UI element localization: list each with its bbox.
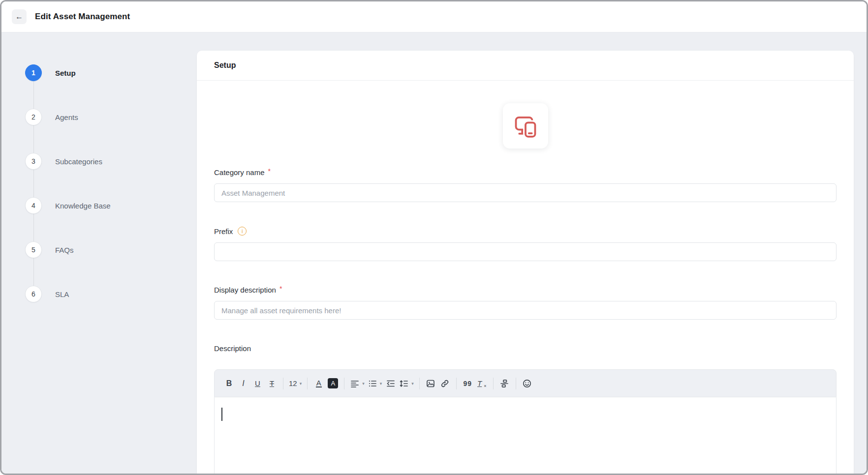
category-name-field-group: Category name * <box>214 168 837 202</box>
italic-icon: I <box>242 379 244 388</box>
font-color-icon: A <box>316 379 322 388</box>
chevron-down-icon: ▾ <box>300 381 302 386</box>
description-field-group: Description B I U <box>214 344 837 475</box>
step-number-badge: 3 <box>25 153 42 170</box>
step-label: Subcategories <box>55 157 102 166</box>
stepper-connector-line <box>33 73 34 294</box>
field-label-row: Description <box>214 344 837 353</box>
step-number-badge: 1 <box>25 64 42 81</box>
stepper-item-subcategories[interactable]: 3 Subcategories <box>25 153 173 170</box>
description-editor-area[interactable] <box>214 397 837 475</box>
quote-icon: 99 <box>464 380 472 387</box>
step-label: Setup <box>55 69 76 77</box>
font-size-value: 12 <box>289 379 297 387</box>
list-dropdown[interactable]: ▾ <box>366 376 384 391</box>
card-header: Setup <box>197 51 854 81</box>
category-icon-box[interactable] <box>503 103 548 148</box>
required-asterisk: * <box>268 167 271 175</box>
top-header: ← Edit Asset Management <box>1 1 867 32</box>
app-window: ← Edit Asset Management 1 Setup 2 Agents… <box>0 0 868 475</box>
stepper-item-faqs[interactable]: 5 FAQs <box>25 241 173 258</box>
rich-text-editor: B I U T <box>214 369 837 475</box>
link-icon <box>440 379 450 388</box>
line-height-icon <box>399 379 409 388</box>
toolbar-separator <box>283 378 283 389</box>
step-number-badge: 6 <box>25 286 42 302</box>
step-label: FAQs <box>55 246 74 254</box>
editor-toolbar: B I U T <box>214 369 837 397</box>
bullet-list-icon <box>368 379 377 388</box>
back-button[interactable]: ← <box>12 9 27 24</box>
toolbar-separator <box>516 378 516 389</box>
emoji-icon <box>522 379 532 388</box>
highlight-color-icon: A <box>328 378 338 388</box>
font-size-dropdown[interactable]: 12 ▾ <box>287 376 303 391</box>
devices-monitor-phone-icon <box>512 113 539 139</box>
info-icon[interactable]: i <box>238 227 247 236</box>
bold-button[interactable]: B <box>222 376 236 391</box>
card-title: Setup <box>214 61 236 70</box>
line-height-dropdown[interactable]: ▾ <box>398 376 415 391</box>
font-color-button[interactable]: A <box>311 376 326 391</box>
prefix-label: Prefix <box>214 227 233 236</box>
stepper-item-agents[interactable]: 2 Agents <box>25 109 173 125</box>
clear-format-x: × <box>484 384 486 388</box>
strikethrough-icon: T <box>270 379 274 387</box>
step-label: Knowledge Base <box>55 202 111 210</box>
blockquote-button[interactable]: 99 <box>461 376 475 391</box>
toolbar-separator <box>493 378 494 389</box>
toolbar-separator <box>419 378 420 389</box>
stepper-item-sla[interactable]: 6 SLA <box>25 286 173 302</box>
insert-link-button[interactable] <box>438 376 452 391</box>
step-number-badge: 2 <box>25 109 42 125</box>
chevron-down-icon: ▾ <box>362 381 365 386</box>
clear-formatting-button[interactable]: T × <box>475 376 489 391</box>
outdent-icon <box>386 379 396 388</box>
align-left-icon <box>350 379 360 388</box>
category-name-label: Category name <box>214 168 265 177</box>
back-arrow-icon: ← <box>15 13 23 21</box>
page-title: Edit Asset Management <box>35 12 130 22</box>
content-area: 1 Setup 2 Agents 3 Subcategories 4 Knowl… <box>1 32 867 474</box>
text-cursor <box>221 408 222 421</box>
field-label-row: Category name * <box>214 168 837 177</box>
toolbar-separator <box>307 378 308 389</box>
insert-divider-icon <box>499 379 509 388</box>
field-label-row: Prefix i <box>214 227 837 236</box>
italic-button[interactable]: I <box>236 376 250 391</box>
wizard-stepper: 1 Setup 2 Agents 3 Subcategories 4 Knowl… <box>25 64 173 302</box>
chevron-down-icon: ▾ <box>411 381 414 386</box>
prefix-input[interactable] <box>214 242 837 261</box>
display-description-field-group: Display description * <box>214 286 837 320</box>
chevron-down-icon: ▾ <box>380 381 382 386</box>
image-icon <box>426 379 435 388</box>
stepper-item-setup[interactable]: 1 Setup <box>25 64 173 81</box>
step-number-badge: 5 <box>25 241 42 258</box>
emoji-button[interactable] <box>520 376 534 391</box>
insert-divider-button[interactable] <box>497 376 512 391</box>
underline-button[interactable]: U <box>250 376 265 391</box>
display-description-label: Display description <box>214 286 276 294</box>
bold-icon: B <box>226 379 232 388</box>
toolbar-separator <box>344 378 344 389</box>
step-label: Agents <box>55 113 78 121</box>
underline-icon: U <box>255 379 260 387</box>
highlight-color-button[interactable]: A <box>326 376 340 391</box>
field-label-row: Display description * <box>214 286 837 294</box>
toolbar-separator <box>456 378 457 389</box>
insert-image-button[interactable] <box>424 376 438 391</box>
stepper-item-knowledge-base[interactable]: 4 Knowledge Base <box>25 197 173 214</box>
clear-format-icon: T <box>477 379 482 387</box>
required-asterisk: * <box>279 285 282 293</box>
outdent-button[interactable] <box>383 376 398 391</box>
align-dropdown[interactable]: ▾ <box>348 376 366 391</box>
step-label: SLA <box>55 290 69 298</box>
strikethrough-button[interactable]: T <box>265 376 279 391</box>
step-number-badge: 4 <box>25 197 42 214</box>
card-body: Category name * Prefix i Display descrip… <box>197 103 854 475</box>
category-name-input[interactable] <box>214 183 837 202</box>
prefix-field-group: Prefix i <box>214 227 837 261</box>
setup-card: Setup <box>197 51 854 475</box>
display-description-input[interactable] <box>214 301 837 320</box>
description-label: Description <box>214 344 251 353</box>
